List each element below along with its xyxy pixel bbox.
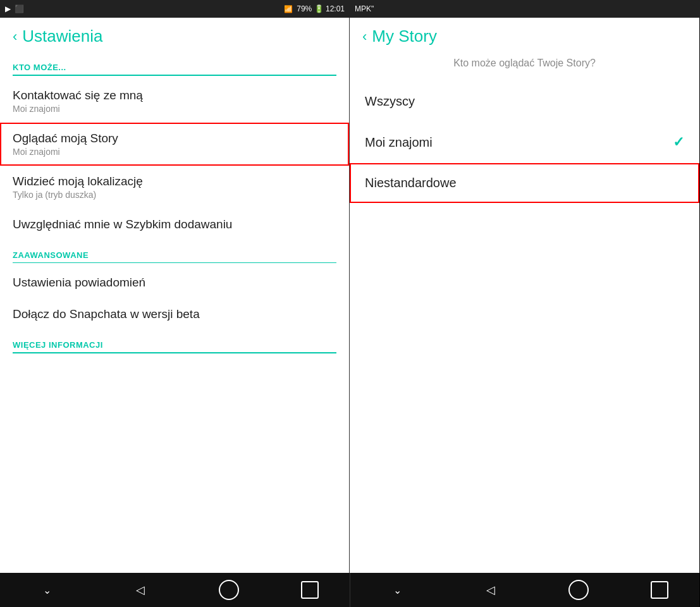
section-zaawansowane-label: ZAAWANSOWANE	[13, 250, 336, 260]
my-story-title: My Story	[372, 27, 437, 46]
app-label: MPK"	[355, 4, 374, 13]
story-option-moi-znajomi-label: Moi znajomi	[365, 135, 433, 150]
signal-icon: 📶	[284, 5, 293, 13]
my-story-screen: ‹ My Story Kto może oglądać Twoje Story?…	[350, 18, 699, 573]
status-time: 📶 79% 🔋 12:01	[284, 4, 345, 13]
section-kto-moze: KTO MOŻE...	[0, 52, 349, 80]
menu-item-widziec[interactable]: Widzieć moją lokalizację Tylko ja (tryb …	[0, 166, 349, 209]
check-icon: ✓	[673, 134, 684, 150]
status-bar-left: ▶ ⬛ 📶 79% 🔋 12:01	[0, 0, 350, 18]
story-option-niestandardowe[interactable]: Niestandardowe	[350, 163, 699, 203]
menu-item-widziec-title: Widzieć moją lokalizację	[13, 175, 336, 188]
settings-content: KTO MOŻE... Kontaktować się ze mną Moi z…	[0, 52, 349, 573]
my-story-content: Kto może oglądać Twoje Story? Wszyscy Mo…	[350, 52, 699, 573]
status-bar: ▶ ⬛ 📶 79% 🔋 12:01 MPK"	[0, 0, 700, 18]
play-icon: ▶	[5, 4, 11, 13]
section-kto-moze-divider	[13, 75, 336, 76]
menu-item-beta-title: Dołącz do Snapchata w wersji beta	[13, 307, 336, 321]
story-option-niestandardowe-label: Niestandardowe	[365, 176, 457, 190]
section-wiecej: WIĘCEJ INFORMACJI	[0, 330, 349, 357]
story-option-wszyscy-label: Wszyscy	[365, 94, 415, 109]
status-bar-right: MPK"	[350, 0, 700, 18]
menu-item-ogladac-title: Oglądać moją Story	[13, 132, 336, 145]
settings-header: ‹ Ustawienia	[0, 18, 349, 52]
nav-bar-right: ⌄ ◁	[350, 573, 699, 607]
nav-home-right[interactable]	[568, 580, 589, 600]
nav-home-left[interactable]	[219, 580, 239, 600]
story-option-wszyscy[interactable]: Wszyscy	[350, 82, 699, 121]
nav-bars: ⌄ ◁ ⌄ ◁	[0, 573, 700, 607]
section-kto-moze-label: KTO MOŻE...	[13, 63, 336, 72]
story-subtitle: Kto może oglądać Twoje Story?	[350, 52, 699, 82]
screens-container: ‹ Ustawienia KTO MOŻE... Kontaktować się…	[0, 18, 700, 573]
section-zaawansowane-divider	[13, 262, 336, 264]
menu-item-ogladac-subtitle: Moi znajomi	[13, 147, 336, 157]
settings-title: Ustawienia	[22, 27, 102, 46]
my-story-back-button[interactable]: ‹	[362, 30, 367, 44]
nav-chevron-down-left[interactable]: ⌄	[31, 577, 63, 603]
nav-back-left[interactable]: ◁	[125, 577, 156, 603]
square-icon: ⬛	[15, 4, 24, 13]
menu-item-ogladac[interactable]: Oglądać moją Story Moi znajomi	[0, 123, 349, 166]
menu-item-powiadomienia[interactable]: Ustawienia powiadomień	[0, 267, 349, 298]
nav-chevron-down-right[interactable]: ⌄	[381, 577, 413, 603]
menu-item-powiadomienia-title: Ustawienia powiadomień	[13, 276, 336, 290]
nav-recents-left[interactable]	[301, 581, 319, 599]
section-wiecej-label: WIĘCEJ INFORMACJI	[13, 340, 336, 350]
nav-recents-right[interactable]	[651, 581, 668, 599]
settings-back-button[interactable]: ‹	[13, 30, 17, 44]
menu-item-kontaktowac-subtitle: Moi znajomi	[13, 104, 336, 114]
section-zaawansowane: ZAAWANSOWANE	[0, 240, 349, 267]
menu-item-kontaktowac[interactable]: Kontaktować się ze mną Moi znajomi	[0, 80, 349, 123]
nav-back-right[interactable]: ◁	[475, 577, 507, 603]
section-wiecej-divider	[13, 352, 336, 353]
menu-item-beta[interactable]: Dołącz do Snapchata w wersji beta	[0, 298, 349, 330]
menu-item-widziec-subtitle: Tylko ja (tryb duszka)	[13, 190, 336, 200]
story-option-moi-znajomi[interactable]: Moi znajomi ✓	[350, 121, 699, 163]
menu-item-uwzglednic-title: Uwzględniać mnie w Szybkim dodawaniu	[13, 218, 336, 231]
menu-item-uwzglednic[interactable]: Uwzględniać mnie w Szybkim dodawaniu	[0, 209, 349, 240]
settings-screen: ‹ Ustawienia KTO MOŻE... Kontaktować się…	[0, 18, 350, 573]
menu-item-kontaktowac-title: Kontaktować się ze mną	[13, 89, 336, 102]
my-story-header: ‹ My Story	[350, 18, 699, 52]
nav-bar-left: ⌄ ◁	[0, 573, 350, 607]
